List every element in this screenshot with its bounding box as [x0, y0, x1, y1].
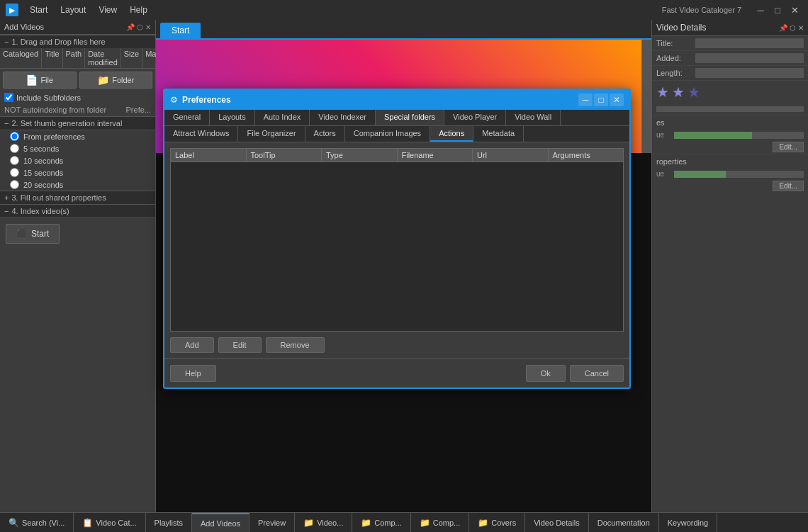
- tab-general[interactable]: General: [164, 110, 210, 125]
- actions-table-body: [170, 162, 624, 332]
- add-action-button[interactable]: Add: [170, 337, 214, 353]
- float-icon[interactable]: ⬡: [137, 23, 143, 31]
- modal-tabs-row2: Attract Windows File Organizer Actors Co…: [164, 126, 629, 142]
- taskbar-video1[interactable]: 📁 Video...: [295, 513, 352, 532]
- minimize-button[interactable]: ─: [753, 4, 768, 16]
- file-button[interactable]: 📄 File: [3, 72, 77, 89]
- modal-restore[interactable]: □: [594, 94, 608, 106]
- taskbar-addvideos-label: Add Videos: [201, 519, 240, 528]
- menu-start[interactable]: Start: [24, 4, 53, 16]
- action-buttons: 📄 File 📁 Folder: [0, 69, 155, 91]
- col-size[interactable]: Size: [121, 48, 142, 68]
- ath-arguments: Arguments: [549, 149, 624, 162]
- video-details-panel: Video Details 📌 ⬡ ✕ Title: Added: Length…: [652, 20, 808, 512]
- add-videos-header: Add Videos 📌 ⬡ ✕: [0, 20, 155, 35]
- taskbar-search-label: Search (Vi...: [22, 519, 64, 527]
- star-1[interactable]: ★: [656, 84, 669, 101]
- tab-attract-windows[interactable]: Attract Windows: [164, 126, 238, 142]
- tab-actors[interactable]: Actors: [305, 126, 345, 142]
- modal-close[interactable]: ✕: [610, 94, 624, 106]
- edit-btn-2[interactable]: Edit...: [773, 181, 804, 191]
- file-icon: 📄: [26, 74, 38, 86]
- vd-float-icon[interactable]: ⬡: [790, 24, 796, 32]
- thumb-options: From preferences 5 seconds 10 seconds 15…: [0, 130, 155, 191]
- modal-content: Label ToolTip Type Filename Url Argument…: [164, 142, 629, 358]
- col-path[interactable]: Path: [63, 48, 86, 68]
- radio-15sec-label: 15 seconds: [23, 169, 63, 177]
- close-button[interactable]: ✕: [787, 4, 802, 16]
- col-title[interactable]: Title: [42, 48, 62, 68]
- taskbar-keywording[interactable]: Keywording: [659, 513, 717, 532]
- include-subfolders-checkbox[interactable]: [4, 93, 13, 102]
- vd-added-value: [695, 53, 804, 63]
- menu-help[interactable]: Help: [124, 4, 153, 16]
- modal-controls: ─ □ ✕: [578, 94, 624, 106]
- taskbar-addvideos[interactable]: Add Videos: [192, 513, 249, 532]
- taskbar-video1-label: Video...: [317, 519, 343, 527]
- video-details-title: Video Details: [656, 23, 707, 33]
- tab-metadata[interactable]: Metadata: [473, 126, 524, 142]
- col-cataloged[interactable]: Cataloged: [0, 48, 42, 68]
- radio-20sec-input[interactable]: [10, 180, 19, 189]
- col-date[interactable]: Date modified: [85, 48, 121, 68]
- comp1-taskbar-icon: 📁: [361, 518, 371, 528]
- close-panel-icon[interactable]: ✕: [145, 23, 151, 31]
- help-button[interactable]: Help: [170, 365, 216, 382]
- radio-5sec: 5 seconds: [0, 142, 155, 154]
- step3-label: 3. Fill out shared properties: [11, 193, 106, 202]
- video1-taskbar-icon: 📁: [303, 518, 314, 528]
- preferences-dialog: ⚙ Preferences ─ □ ✕ General Layouts Auto…: [163, 89, 631, 389]
- pref-text: Prefe...: [126, 106, 151, 114]
- ok-button[interactable]: Ok: [526, 365, 566, 382]
- thumbnail-scrollbar[interactable]: [641, 40, 651, 153]
- remove-action-button[interactable]: Remove: [266, 337, 325, 353]
- taskbar-preview[interactable]: Preview: [249, 513, 295, 532]
- vd-pin-icon[interactable]: 📌: [779, 24, 787, 32]
- stars-row: ★ ★ ★: [652, 81, 808, 103]
- radio-10sec: 10 seconds: [0, 154, 155, 166]
- modal-title-left: ⚙ Preferences: [170, 95, 231, 105]
- modal-minimize[interactable]: ─: [578, 94, 593, 106]
- radio-5sec-input[interactable]: [10, 144, 19, 153]
- tab-start[interactable]: Start: [160, 23, 201, 38]
- radio-15sec-input[interactable]: [10, 168, 19, 177]
- taskbar-videocat[interactable]: 📋 Video Cat...: [74, 513, 145, 532]
- radio-from-prefs: From preferences: [0, 130, 155, 142]
- tab-video-player[interactable]: Video Player: [444, 110, 506, 125]
- folder-button[interactable]: 📁 Folder: [79, 72, 153, 89]
- taskbar-video-details[interactable]: Video Details: [525, 513, 589, 532]
- radio-10sec-input[interactable]: [10, 156, 19, 165]
- star-3[interactable]: ★: [688, 84, 700, 101]
- menu-view[interactable]: View: [93, 4, 123, 16]
- star-2[interactable]: ★: [672, 84, 685, 101]
- cancel-button[interactable]: Cancel: [570, 365, 624, 382]
- tab-video-wall[interactable]: Video Wall: [506, 110, 561, 125]
- vd-bar-row2: ue: [652, 169, 808, 179]
- tab-video-indexer[interactable]: Video Indexer: [310, 110, 376, 125]
- radio-from-prefs-input[interactable]: [10, 132, 19, 141]
- vd-scrollbar[interactable]: [656, 106, 804, 112]
- taskbar-search[interactable]: 🔍 Search (Vi...: [0, 513, 74, 532]
- pin-icon[interactable]: 📌: [126, 23, 135, 31]
- vd-bar2-fill: [674, 171, 726, 178]
- maximize-button[interactable]: □: [770, 4, 785, 16]
- tab-auto-index[interactable]: Auto Index: [255, 110, 310, 125]
- tab-file-organizer[interactable]: File Organizer: [238, 126, 305, 142]
- edit-btn-1[interactable]: Edit...: [773, 142, 804, 152]
- vd-close-icon[interactable]: ✕: [798, 24, 804, 32]
- edit-action-button[interactable]: Edit: [218, 337, 262, 353]
- vd-bar1-fill: [674, 132, 752, 139]
- tab-actions[interactable]: Actions: [430, 126, 473, 142]
- tab-layouts[interactable]: Layouts: [210, 110, 255, 125]
- tab-companion-images[interactable]: Companion Images: [345, 126, 430, 142]
- taskbar-comp2[interactable]: 📁 Comp...: [411, 513, 470, 532]
- tab-special-folders[interactable]: Special folders: [376, 110, 444, 125]
- start-index-button[interactable]: ⬛ Start: [6, 224, 60, 244]
- taskbar-covers[interactable]: 📁 Covers: [469, 513, 525, 532]
- menu-layout[interactable]: Layout: [55, 4, 91, 16]
- ath-label: Label: [171, 149, 247, 162]
- taskbar-documentation[interactable]: Documentation: [589, 513, 659, 532]
- taskbar-playlists[interactable]: Playlists: [146, 513, 192, 532]
- taskbar-comp1[interactable]: 📁 Comp...: [352, 513, 411, 532]
- step4-label: 4. Index video(s): [11, 207, 69, 215]
